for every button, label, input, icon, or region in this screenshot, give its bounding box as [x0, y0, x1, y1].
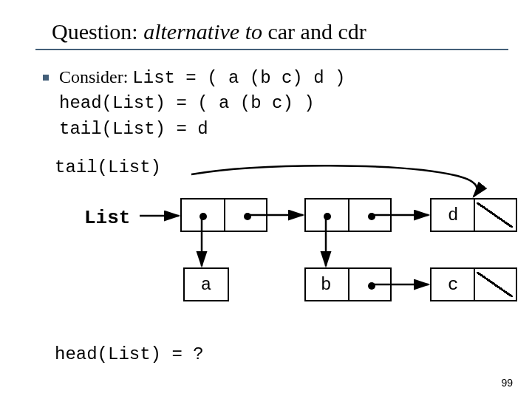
intro-block: Consider: List = ( a (b c) d ) head(List…	[43, 65, 510, 141]
cons-3: b	[304, 267, 392, 301]
tail-list-label: tail(List)	[55, 157, 510, 177]
atom-d: d	[430, 198, 517, 232]
page-number: 99	[501, 377, 513, 389]
intro-line2: head(List) = ( a (b c) )	[59, 93, 315, 113]
slide-title: Question: alternative to car and cdr	[52, 19, 510, 44]
nil-slash-icon	[474, 200, 516, 231]
title-rest: car and cdr	[262, 19, 366, 44]
atom-a: a	[183, 267, 229, 301]
cons-1	[180, 198, 267, 232]
bullet-icon	[43, 75, 49, 81]
list-label: List	[84, 207, 130, 229]
cons-2	[304, 198, 392, 232]
consider-label: Consider:	[59, 67, 132, 86]
dot-icon	[244, 213, 251, 220]
nil-slash-icon	[474, 269, 516, 300]
atom-b-value: b	[321, 275, 331, 295]
dot-icon	[368, 213, 375, 220]
title-question: Question:	[52, 19, 143, 44]
intro-line1: List = ( a (b c) d )	[132, 68, 345, 88]
cons-diagram: List d a b c	[55, 180, 510, 328]
title-alt: alternative to	[143, 19, 262, 44]
dot-icon	[200, 213, 207, 220]
atom-c-value: c	[448, 275, 458, 295]
slide: Question: alternative to car and cdr Con…	[0, 0, 532, 399]
title-underline	[35, 49, 508, 50]
dot-icon	[324, 213, 331, 220]
atom-c: c	[430, 267, 517, 301]
intro-text: Consider: List = ( a (b c) d ) head(List…	[59, 65, 345, 141]
atom-a-value: a	[201, 275, 211, 295]
intro-line3: tail(List) = d	[59, 119, 208, 139]
dot-icon	[368, 282, 375, 290]
head-list-label: head(List) = ?	[55, 344, 510, 364]
atom-d-value: d	[448, 205, 458, 225]
